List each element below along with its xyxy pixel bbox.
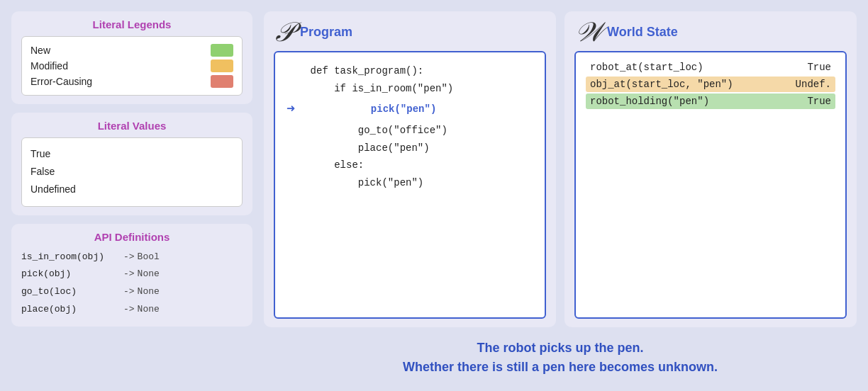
world-value: Undef. xyxy=(796,79,831,90)
api-list: is_in_room(obj) -> Bool pick(obj) -> Non… xyxy=(21,249,243,319)
legend-item: New xyxy=(30,44,233,57)
api-item: is_in_room(obj) -> Bool xyxy=(21,249,243,266)
world-header: 𝒲 World State xyxy=(574,18,847,45)
legends-inner-box: New Modified Error-Causing xyxy=(21,36,243,96)
color-swatch xyxy=(211,60,233,72)
caption-line2: Whether there is still a pen here become… xyxy=(264,358,857,377)
legend-item: Modified xyxy=(30,60,233,72)
code-text: go_to("office") xyxy=(286,125,447,136)
caption: The robot picks up the pen. Whether ther… xyxy=(264,336,857,380)
api-item: place(obj) -> None xyxy=(21,301,243,319)
program-title: Program xyxy=(300,25,352,40)
world-predicate: robot_at(start_loc) xyxy=(590,62,703,73)
api-item-name: pick(obj) xyxy=(21,266,121,283)
literal-value: False xyxy=(30,163,233,181)
code-line: place("pen") xyxy=(286,140,533,157)
left-panel: Literal Legends New Modified Error-Causi… xyxy=(11,11,252,380)
api-definitions-title: API Definitions xyxy=(21,231,243,243)
api-item-type: None xyxy=(138,266,160,283)
api-definitions-section: API Definitions is_in_room(obj) -> Bool … xyxy=(11,224,252,327)
legend-items-list: New Modified Error-Causing xyxy=(30,44,233,88)
api-item-type: None xyxy=(138,283,160,301)
world-title: World State xyxy=(607,25,678,40)
code-line: pick("pen") xyxy=(286,174,533,192)
color-swatch xyxy=(211,75,233,88)
program-icon: 𝒫 xyxy=(274,18,293,45)
api-arrow: -> xyxy=(123,301,135,319)
api-item: go_to(loc) -> None xyxy=(21,283,243,301)
api-arrow: -> xyxy=(123,249,135,266)
api-item-name: go_to(loc) xyxy=(21,283,121,301)
legend-item-label: Error-Causing xyxy=(30,76,92,87)
caption-line1: The robot picks up the pen. xyxy=(264,339,857,358)
code-text: place("pen") xyxy=(286,142,430,154)
world-value: True xyxy=(807,62,831,73)
code-line: go_to("office") xyxy=(286,122,533,140)
code-line: else: xyxy=(286,157,533,174)
program-header: 𝒫 Program xyxy=(274,18,546,45)
world-panel: 𝒲 World State robot_at(start_loc) True o… xyxy=(564,11,857,327)
program-code-box: def task_program(): if is_in_room("pen")… xyxy=(274,51,546,319)
api-item-type: None xyxy=(138,301,160,319)
world-table: robot_at(start_loc) True obj_at(start_lo… xyxy=(574,51,847,319)
literal-legends-title: Literal Legends xyxy=(21,18,243,30)
api-arrow: -> xyxy=(123,266,135,283)
values-list: TrueFalseUndefined xyxy=(30,145,233,199)
world-predicate: robot_holding("pen") xyxy=(590,96,709,107)
values-inner-box: TrueFalseUndefined xyxy=(21,137,243,207)
legend-item: Error-Causing xyxy=(30,75,233,88)
literal-value: True xyxy=(30,145,233,163)
world-value: True xyxy=(807,96,831,107)
world-row: robot_holding("pen") True xyxy=(586,94,835,109)
api-item-type: Bool xyxy=(138,249,160,266)
legend-item-label: New xyxy=(30,45,50,56)
code-text: if is_in_room("pen") xyxy=(286,83,453,94)
program-panel: 𝒫 Program def task_program(): if is_in_r… xyxy=(264,11,556,327)
api-item-name: place(obj) xyxy=(21,301,121,319)
world-row: obj_at(start_loc, "pen") Undef. xyxy=(586,76,835,92)
api-item: pick(obj) -> None xyxy=(21,266,243,283)
literal-legends-section: Literal Legends New Modified Error-Causi… xyxy=(11,11,252,104)
world-row: robot_at(start_loc) True xyxy=(586,60,835,75)
world-icon: 𝒲 xyxy=(574,18,600,45)
literal-values-section: Literal Values TrueFalseUndefined xyxy=(11,113,252,215)
code-line: def task_program(): xyxy=(286,62,533,80)
api-item-name: is_in_room(obj) xyxy=(21,249,121,266)
code-line: ➜ pick("pen") xyxy=(286,97,533,122)
panels-row: 𝒫 Program def task_program(): if is_in_r… xyxy=(264,11,857,327)
code-text: pick("pen") xyxy=(286,177,423,188)
code-line: if is_in_room("pen") xyxy=(286,80,533,98)
code-text: def task_program(): xyxy=(286,65,423,76)
literal-value: Undefined xyxy=(30,181,233,198)
world-predicate: obj_at(start_loc, "pen") xyxy=(590,79,733,90)
right-panel: 𝒫 Program def task_program(): if is_in_r… xyxy=(264,11,857,380)
execution-arrow: ➜ xyxy=(286,97,295,122)
api-arrow: -> xyxy=(123,283,135,301)
code-text: pick("pen") xyxy=(299,101,436,118)
literal-values-title: Literal Values xyxy=(21,120,243,132)
code-text: else: xyxy=(286,159,364,171)
color-swatch xyxy=(211,44,233,57)
legend-item-label: Modified xyxy=(30,60,68,72)
